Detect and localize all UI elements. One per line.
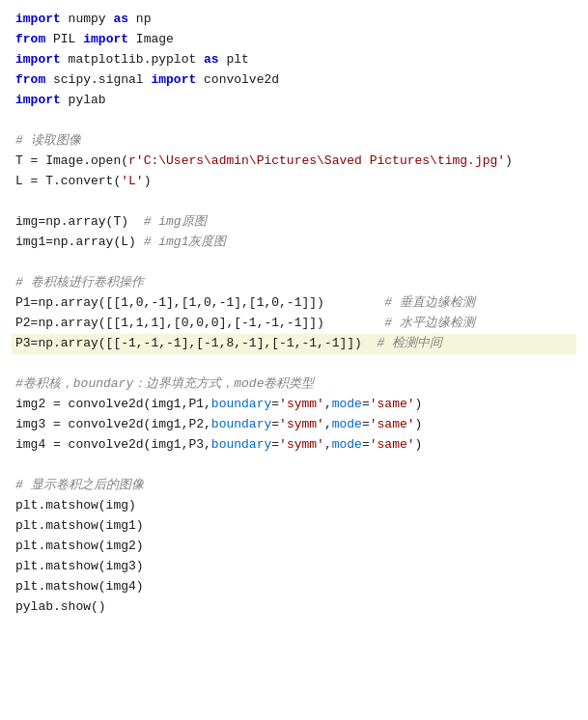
comment-display-images: # 显示卷积之后的图像 bbox=[15, 476, 144, 496]
line-6-empty bbox=[12, 111, 576, 131]
string-same3: 'same' bbox=[370, 435, 415, 456]
keyword-from2: from bbox=[15, 70, 45, 91]
comment-horizontal-edge: # 水平边缘检测 bbox=[384, 314, 475, 334]
line-29: plt.matshow(img4) bbox=[12, 577, 576, 597]
param-mode3: mode bbox=[332, 435, 362, 456]
line-23-empty bbox=[12, 456, 576, 476]
string-symm1: 'symm' bbox=[279, 395, 324, 415]
param-boundary3: boundary bbox=[211, 435, 271, 456]
line-14-comment: # 卷积核进行卷积操作 bbox=[12, 273, 576, 293]
line-22: img4 = convolve2d(img1,P3,boundary='symm… bbox=[12, 435, 576, 456]
line-10-empty bbox=[12, 192, 576, 212]
line-30: pylab.show() bbox=[12, 597, 576, 618]
line-15: P1=np.array([[1,0,-1],[1,0,-1],[1,0,-1]]… bbox=[12, 293, 576, 314]
comment-img-original: # img原图 bbox=[144, 212, 207, 233]
line-4: from scipy.signal import convolve2d bbox=[12, 70, 576, 91]
keyword-import4: import bbox=[151, 70, 196, 91]
string-symm3: 'symm' bbox=[279, 435, 324, 456]
line-18-empty bbox=[12, 354, 576, 374]
line-13-empty bbox=[12, 253, 576, 273]
line-24-comment: # 显示卷积之后的图像 bbox=[12, 476, 576, 496]
param-boundary1: boundary bbox=[211, 395, 271, 415]
string-path: r'C:\Users\admin\Pictures\Saved Pictures… bbox=[128, 152, 505, 172]
comment-vertical-edge: # 垂直边缘检测 bbox=[384, 293, 475, 314]
line-19-comment: #卷积核，boundary：边界填充方式，mode卷积类型 bbox=[12, 374, 576, 395]
line-26: plt.matshow(img1) bbox=[12, 516, 576, 537]
comment-read-image: # 读取图像 bbox=[15, 131, 81, 152]
string-same2: 'same' bbox=[370, 415, 415, 435]
line-3: import matplotlib.pyplot as plt bbox=[12, 50, 576, 70]
keyword-import2: import bbox=[83, 30, 128, 50]
keyword-import: import bbox=[15, 10, 61, 30]
keyword-import5: import bbox=[15, 91, 61, 111]
comment-kernel-boundary: #卷积核，boundary：边界填充方式，mode卷积类型 bbox=[15, 374, 314, 395]
param-mode2: mode bbox=[332, 415, 362, 435]
line-28: plt.matshow(img3) bbox=[12, 557, 576, 577]
code-editor: import numpy as np from PIL import Image… bbox=[0, 10, 588, 618]
comment-detect-middle: # 检测中间 bbox=[377, 334, 442, 354]
line-1: import numpy as np bbox=[12, 10, 576, 30]
line-9: L = T.convert('L') bbox=[12, 172, 576, 192]
line-20: img2 = convolve2d(img1,P1,boundary='symm… bbox=[12, 395, 576, 415]
comment-img1-gray: # img1灰度图 bbox=[144, 233, 227, 253]
keyword-as2: as bbox=[204, 50, 219, 70]
string-L: 'L' bbox=[121, 172, 143, 192]
line-21: img3 = convolve2d(img1,P2,boundary='symm… bbox=[12, 415, 576, 435]
line-25: plt.matshow(img) bbox=[12, 496, 576, 516]
string-same1: 'same' bbox=[370, 395, 415, 415]
line-8: T = Image.open(r'C:\Users\admin\Pictures… bbox=[12, 152, 576, 172]
param-mode1: mode bbox=[332, 395, 362, 415]
string-symm2: 'symm' bbox=[279, 415, 324, 435]
keyword-from: from bbox=[15, 30, 45, 50]
keyword-as: as bbox=[113, 10, 128, 30]
line-11: img=np.array(T) # img原图 bbox=[12, 212, 576, 233]
param-boundary2: boundary bbox=[211, 415, 271, 435]
line-17: P3=np.array([[-1,-1,-1],[-1,8,-1],[-1,-1… bbox=[12, 334, 576, 354]
line-16: P2=np.array([[1,1,1],[0,0,0],[-1,-1,-1]]… bbox=[12, 314, 576, 334]
comment-convolve-op: # 卷积核进行卷积操作 bbox=[15, 273, 144, 293]
line-7-comment: # 读取图像 bbox=[12, 131, 576, 152]
keyword-import3: import bbox=[15, 50, 61, 70]
line-2: from PIL import Image bbox=[12, 30, 576, 50]
line-5: import pylab bbox=[12, 91, 576, 111]
line-27: plt.matshow(img2) bbox=[12, 537, 576, 557]
line-12: img1=np.array(L) # img1灰度图 bbox=[12, 233, 576, 253]
